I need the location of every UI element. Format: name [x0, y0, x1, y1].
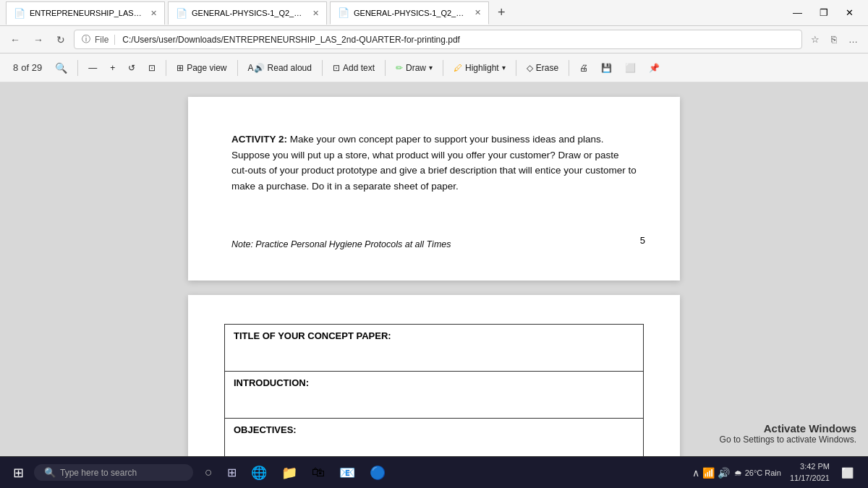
restore-button[interactable]: ❐	[811, 0, 837, 26]
rotate-button[interactable]: ↺	[122, 60, 141, 76]
divider-6	[443, 60, 443, 76]
taskbar-sys: ∧ 📶 🔊 🌧 26°C Rain 3:42 PM 11/17/2021 ⬜	[686, 461, 862, 484]
tab-3[interactable]: 📄 GENERAL-PHYSICS-1_Q2_LAS.p... ✕	[330, 1, 489, 25]
address-actions: ☆ ⎘ …	[807, 31, 862, 48]
save-button[interactable]: 💾	[595, 60, 618, 76]
address-bar: ← → ↻ ⓘ File C:/Users/user/Downloads/ENT…	[0, 26, 868, 53]
tab-2-label: GENERAL-PHYSICS-1_Q2_LAS.p...	[192, 9, 305, 17]
close-button[interactable]: ✕	[837, 0, 862, 26]
title-bar: 📄 ENTREPRENEURSHIP_LAS_2nd-Q... ✕ 📄 GENE…	[0, 0, 868, 26]
highlight-button[interactable]: 🖊 Highlight ▾	[448, 60, 511, 76]
share-button[interactable]: ⎘	[827, 31, 841, 48]
more-button[interactable]: …	[844, 31, 862, 48]
tab-1-close[interactable]: ✕	[150, 9, 157, 18]
taskbar-app-mail[interactable]: 📧	[333, 462, 361, 484]
chevron-up-icon[interactable]: ∧	[692, 467, 699, 479]
taskbar-app-taskview[interactable]: ⊞	[221, 462, 242, 484]
divider-3	[237, 60, 238, 76]
taskbar-search-text: Type here to search	[60, 468, 137, 478]
page-note: Note: Practice Personal Hygiene Protocol…	[231, 237, 637, 252]
activity-label: ACTIVITY 2:	[231, 134, 287, 145]
pdf-page-2: TITLE OF YOUR CONCEPT PAPER: INTRODUCTIO…	[188, 295, 680, 456]
add-text-button[interactable]: ⊡ Add text	[327, 60, 380, 76]
tab-2-icon: 📄	[176, 8, 187, 19]
erase-icon: ◇	[527, 63, 533, 73]
divider-1	[77, 60, 78, 76]
divider-7	[516, 60, 516, 76]
taskbar-clock[interactable]: 3:42 PM 11/17/2021	[786, 461, 834, 484]
save-icon: 💾	[601, 63, 612, 73]
read-aloud-button[interactable]: A🔊 Read aloud	[242, 60, 318, 76]
back-button[interactable]: ←	[6, 31, 25, 48]
page-view-button[interactable]: ⊞ Page view	[171, 60, 232, 76]
taskbar-app-explorer[interactable]: 📁	[276, 462, 303, 484]
minimize-button[interactable]: —	[784, 0, 811, 26]
tab-1-icon: 📄	[14, 8, 25, 19]
page-info: 8 of 29	[7, 62, 48, 73]
sys-icons: ∧ 📶 🔊	[692, 467, 730, 479]
pin-button[interactable]: 📌	[643, 60, 665, 76]
taskbar-search[interactable]: 🔍 Type here to search	[34, 464, 193, 481]
volume-icon[interactable]: 🔊	[718, 467, 730, 479]
form-cell-title: TITLE OF YOUR CONCEPT PAPER:	[225, 325, 644, 372]
star-button[interactable]: ☆	[807, 31, 824, 48]
add-tab-button[interactable]: +	[492, 5, 511, 20]
divider-5	[385, 60, 386, 76]
highlight-chevron: ▾	[502, 64, 506, 72]
erase-button[interactable]: ◇ Erase	[521, 60, 564, 76]
table-row: INTRODUCTION:	[225, 372, 644, 419]
tab-3-close[interactable]: ✕	[475, 8, 481, 17]
draw-button[interactable]: ✏ Draw ▾	[390, 60, 438, 76]
network-icon[interactable]: 📶	[702, 467, 715, 479]
concept-paper-form: TITLE OF YOUR CONCEPT PAPER: INTRODUCTIO…	[224, 324, 644, 456]
taskbar-time: 3:42 PM	[800, 461, 830, 472]
address-field[interactable]: ⓘ File C:/Users/user/Downloads/ENTREPREN…	[74, 30, 802, 49]
taskbar: ⊞ 🔍 Type here to search ○ ⊞ 🌐 📁 🛍 📧 🔵 ∧ …	[0, 456, 868, 488]
page-current: 8	[13, 62, 18, 73]
divider-4	[322, 60, 323, 76]
file-icon: ⓘ	[82, 33, 90, 46]
tab-2-close[interactable]: ✕	[312, 9, 319, 18]
pdf-toolbar: 8 of 29 🔍 — + ↺ ⊡ ⊞ Page view A🔊 Read al…	[0, 53, 868, 82]
window-controls: — ❐ ✕	[784, 0, 862, 26]
draw-chevron: ▾	[429, 64, 433, 72]
taskbar-app-cortana[interactable]: ○	[199, 462, 218, 484]
share2-button[interactable]: ⬜	[619, 60, 642, 76]
table-row: OBJECTIVES:	[225, 419, 644, 456]
more-tools-icon: 🖨	[579, 63, 588, 73]
start-button[interactable]: ⊞	[6, 462, 31, 484]
page-number-1: 5	[640, 235, 645, 246]
refresh-button[interactable]: ↻	[52, 31, 69, 48]
read-aloud-icon: A🔊	[248, 63, 265, 73]
pdf-page-1: ACTIVITY 2: Make your own concept paper …	[188, 97, 680, 281]
fit-page-button[interactable]: ⊡	[142, 60, 161, 76]
tabs-container: 📄 ENTREPRENEURSHIP_LAS_2nd-Q... ✕ 📄 GENE…	[6, 1, 784, 25]
zoom-out-button[interactable]: —	[82, 60, 103, 76]
taskbar-app-edge[interactable]: 🌐	[245, 462, 273, 484]
taskbar-app-chrome[interactable]: 🔵	[364, 462, 391, 484]
activity-text: Make your own concept paper to support y…	[231, 134, 637, 192]
address-text: C:/Users/user/Downloads/ENTREPRENEURSHIP…	[122, 35, 460, 45]
pdf-content-1: ACTIVITY 2: Make your own concept paper …	[231, 132, 637, 252]
more-tools-button[interactable]: 🖨	[574, 60, 594, 76]
forward-button[interactable]: →	[29, 31, 48, 48]
form-cell-intro: INTRODUCTION:	[225, 372, 644, 419]
search-pdf-button[interactable]: 🔍	[49, 59, 73, 77]
notification-button[interactable]: ⬜	[838, 464, 856, 481]
page-total: of 29	[21, 62, 42, 73]
page-view-icon: ⊞	[176, 63, 184, 73]
highlight-icon: 🖊	[454, 63, 462, 73]
tab-2[interactable]: 📄 GENERAL-PHYSICS-1_Q2_LAS.p... ✕	[168, 1, 327, 25]
share2-icon: ⬜	[625, 63, 636, 73]
tab-3-icon: 📄	[338, 7, 349, 18]
taskbar-date: 11/17/2021	[790, 473, 830, 484]
weather-icon: 🌧	[734, 468, 742, 477]
search-icon: 🔍	[55, 62, 67, 74]
table-row: TITLE OF YOUR CONCEPT PAPER:	[225, 325, 644, 372]
tab-1[interactable]: 📄 ENTREPRENEURSHIP_LAS_2nd-Q... ✕	[6, 1, 165, 25]
taskbar-app-store[interactable]: 🛍	[306, 462, 331, 484]
weather-text: 26°C Rain	[745, 468, 781, 477]
draw-icon: ✏	[396, 63, 403, 73]
zoom-in-button[interactable]: +	[104, 60, 121, 76]
divider-2	[166, 60, 166, 76]
